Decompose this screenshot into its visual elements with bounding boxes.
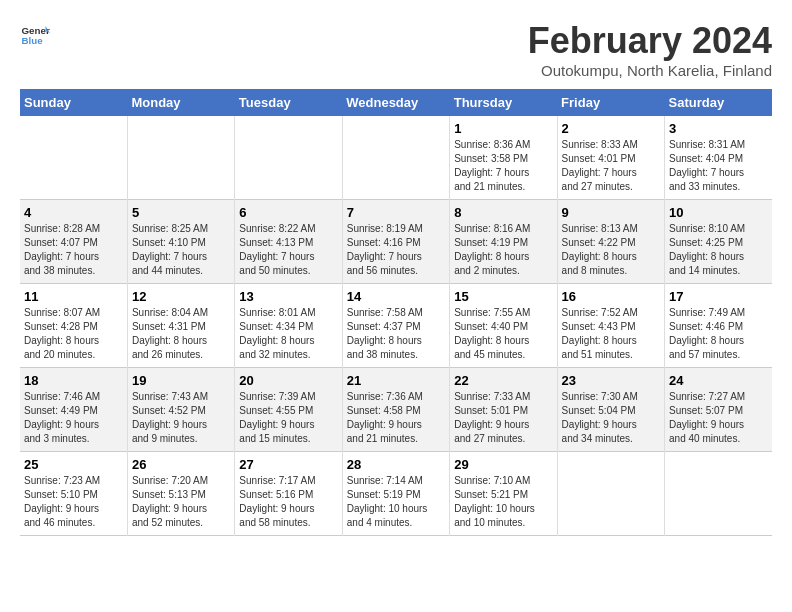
calendar-table: SundayMondayTuesdayWednesdayThursdayFrid…	[20, 89, 772, 536]
day-info: Sunrise: 7:10 AM Sunset: 5:21 PM Dayligh…	[454, 474, 552, 530]
day-info: Sunrise: 8:33 AM Sunset: 4:01 PM Dayligh…	[562, 138, 660, 194]
day-header-friday: Friday	[557, 89, 664, 116]
day-info: Sunrise: 7:58 AM Sunset: 4:37 PM Dayligh…	[347, 306, 445, 362]
calendar-cell: 9Sunrise: 8:13 AM Sunset: 4:22 PM Daylig…	[557, 200, 664, 284]
day-number: 11	[24, 289, 123, 304]
calendar-cell: 14Sunrise: 7:58 AM Sunset: 4:37 PM Dayli…	[342, 284, 449, 368]
calendar-cell: 28Sunrise: 7:14 AM Sunset: 5:19 PM Dayli…	[342, 452, 449, 536]
day-number: 1	[454, 121, 552, 136]
day-info: Sunrise: 7:23 AM Sunset: 5:10 PM Dayligh…	[24, 474, 123, 530]
calendar-cell: 15Sunrise: 7:55 AM Sunset: 4:40 PM Dayli…	[450, 284, 557, 368]
day-header-saturday: Saturday	[665, 89, 772, 116]
day-info: Sunrise: 8:13 AM Sunset: 4:22 PM Dayligh…	[562, 222, 660, 278]
calendar-cell: 27Sunrise: 7:17 AM Sunset: 5:16 PM Dayli…	[235, 452, 342, 536]
day-info: Sunrise: 7:20 AM Sunset: 5:13 PM Dayligh…	[132, 474, 230, 530]
calendar-cell	[342, 116, 449, 200]
day-info: Sunrise: 8:19 AM Sunset: 4:16 PM Dayligh…	[347, 222, 445, 278]
calendar-cell	[127, 116, 234, 200]
calendar-cell: 6Sunrise: 8:22 AM Sunset: 4:13 PM Daylig…	[235, 200, 342, 284]
calendar-cell: 5Sunrise: 8:25 AM Sunset: 4:10 PM Daylig…	[127, 200, 234, 284]
day-header-sunday: Sunday	[20, 89, 127, 116]
week-row-3: 11Sunrise: 8:07 AM Sunset: 4:28 PM Dayli…	[20, 284, 772, 368]
calendar-cell: 13Sunrise: 8:01 AM Sunset: 4:34 PM Dayli…	[235, 284, 342, 368]
day-info: Sunrise: 8:16 AM Sunset: 4:19 PM Dayligh…	[454, 222, 552, 278]
day-number: 28	[347, 457, 445, 472]
week-row-1: 1Sunrise: 8:36 AM Sunset: 3:58 PM Daylig…	[20, 116, 772, 200]
day-info: Sunrise: 7:36 AM Sunset: 4:58 PM Dayligh…	[347, 390, 445, 446]
day-number: 13	[239, 289, 337, 304]
day-number: 10	[669, 205, 768, 220]
calendar-cell: 19Sunrise: 7:43 AM Sunset: 4:52 PM Dayli…	[127, 368, 234, 452]
day-info: Sunrise: 8:25 AM Sunset: 4:10 PM Dayligh…	[132, 222, 230, 278]
day-number: 29	[454, 457, 552, 472]
calendar-cell: 18Sunrise: 7:46 AM Sunset: 4:49 PM Dayli…	[20, 368, 127, 452]
day-info: Sunrise: 8:36 AM Sunset: 3:58 PM Dayligh…	[454, 138, 552, 194]
calendar-cell: 17Sunrise: 7:49 AM Sunset: 4:46 PM Dayli…	[665, 284, 772, 368]
week-row-2: 4Sunrise: 8:28 AM Sunset: 4:07 PM Daylig…	[20, 200, 772, 284]
calendar-cell: 3Sunrise: 8:31 AM Sunset: 4:04 PM Daylig…	[665, 116, 772, 200]
day-number: 9	[562, 205, 660, 220]
day-number: 8	[454, 205, 552, 220]
calendar-cell	[235, 116, 342, 200]
day-info: Sunrise: 7:30 AM Sunset: 5:04 PM Dayligh…	[562, 390, 660, 446]
day-number: 2	[562, 121, 660, 136]
day-info: Sunrise: 7:27 AM Sunset: 5:07 PM Dayligh…	[669, 390, 768, 446]
day-number: 7	[347, 205, 445, 220]
calendar-cell: 26Sunrise: 7:20 AM Sunset: 5:13 PM Dayli…	[127, 452, 234, 536]
calendar-cell: 4Sunrise: 8:28 AM Sunset: 4:07 PM Daylig…	[20, 200, 127, 284]
calendar-cell: 10Sunrise: 8:10 AM Sunset: 4:25 PM Dayli…	[665, 200, 772, 284]
day-number: 24	[669, 373, 768, 388]
main-title: February 2024	[528, 20, 772, 62]
day-number: 22	[454, 373, 552, 388]
svg-text:Blue: Blue	[22, 35, 44, 46]
day-number: 27	[239, 457, 337, 472]
calendar-cell: 16Sunrise: 7:52 AM Sunset: 4:43 PM Dayli…	[557, 284, 664, 368]
calendar-cell	[665, 452, 772, 536]
day-number: 20	[239, 373, 337, 388]
day-number: 5	[132, 205, 230, 220]
day-info: Sunrise: 7:33 AM Sunset: 5:01 PM Dayligh…	[454, 390, 552, 446]
day-number: 18	[24, 373, 123, 388]
day-header-wednesday: Wednesday	[342, 89, 449, 116]
logo-icon: General Blue	[20, 20, 50, 50]
header-row: SundayMondayTuesdayWednesdayThursdayFrid…	[20, 89, 772, 116]
calendar-cell: 7Sunrise: 8:19 AM Sunset: 4:16 PM Daylig…	[342, 200, 449, 284]
logo: General Blue	[20, 20, 50, 50]
day-number: 16	[562, 289, 660, 304]
day-number: 26	[132, 457, 230, 472]
calendar-cell: 11Sunrise: 8:07 AM Sunset: 4:28 PM Dayli…	[20, 284, 127, 368]
calendar-cell: 23Sunrise: 7:30 AM Sunset: 5:04 PM Dayli…	[557, 368, 664, 452]
day-number: 19	[132, 373, 230, 388]
day-info: Sunrise: 8:01 AM Sunset: 4:34 PM Dayligh…	[239, 306, 337, 362]
day-info: Sunrise: 7:55 AM Sunset: 4:40 PM Dayligh…	[454, 306, 552, 362]
calendar-cell: 12Sunrise: 8:04 AM Sunset: 4:31 PM Dayli…	[127, 284, 234, 368]
day-info: Sunrise: 8:07 AM Sunset: 4:28 PM Dayligh…	[24, 306, 123, 362]
title-block: February 2024 Outokumpu, North Karelia, …	[528, 20, 772, 79]
day-number: 15	[454, 289, 552, 304]
calendar-cell: 24Sunrise: 7:27 AM Sunset: 5:07 PM Dayli…	[665, 368, 772, 452]
day-info: Sunrise: 7:52 AM Sunset: 4:43 PM Dayligh…	[562, 306, 660, 362]
day-number: 25	[24, 457, 123, 472]
calendar-cell: 20Sunrise: 7:39 AM Sunset: 4:55 PM Dayli…	[235, 368, 342, 452]
day-number: 6	[239, 205, 337, 220]
week-row-4: 18Sunrise: 7:46 AM Sunset: 4:49 PM Dayli…	[20, 368, 772, 452]
day-info: Sunrise: 7:46 AM Sunset: 4:49 PM Dayligh…	[24, 390, 123, 446]
calendar-cell	[557, 452, 664, 536]
day-number: 21	[347, 373, 445, 388]
calendar-cell: 1Sunrise: 8:36 AM Sunset: 3:58 PM Daylig…	[450, 116, 557, 200]
day-info: Sunrise: 7:14 AM Sunset: 5:19 PM Dayligh…	[347, 474, 445, 530]
day-header-monday: Monday	[127, 89, 234, 116]
day-info: Sunrise: 8:22 AM Sunset: 4:13 PM Dayligh…	[239, 222, 337, 278]
day-info: Sunrise: 7:49 AM Sunset: 4:46 PM Dayligh…	[669, 306, 768, 362]
day-info: Sunrise: 8:31 AM Sunset: 4:04 PM Dayligh…	[669, 138, 768, 194]
calendar-cell: 21Sunrise: 7:36 AM Sunset: 4:58 PM Dayli…	[342, 368, 449, 452]
calendar-cell: 8Sunrise: 8:16 AM Sunset: 4:19 PM Daylig…	[450, 200, 557, 284]
day-info: Sunrise: 7:43 AM Sunset: 4:52 PM Dayligh…	[132, 390, 230, 446]
day-number: 17	[669, 289, 768, 304]
day-header-thursday: Thursday	[450, 89, 557, 116]
day-number: 23	[562, 373, 660, 388]
day-header-tuesday: Tuesday	[235, 89, 342, 116]
header: General Blue February 2024 Outokumpu, No…	[20, 20, 772, 79]
subtitle: Outokumpu, North Karelia, Finland	[528, 62, 772, 79]
day-info: Sunrise: 8:04 AM Sunset: 4:31 PM Dayligh…	[132, 306, 230, 362]
